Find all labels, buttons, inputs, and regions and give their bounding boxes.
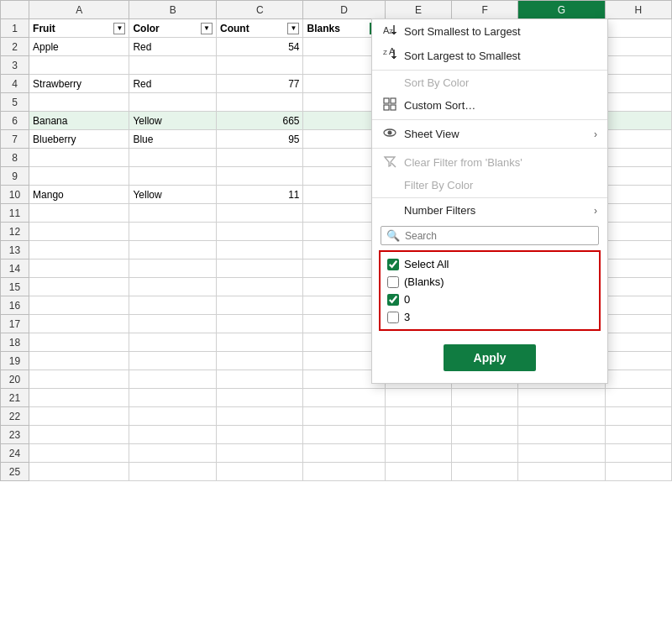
cell-24-f[interactable]: [452, 444, 518, 463]
cell-23-c[interactable]: [216, 426, 303, 444]
cell-16-a[interactable]: [29, 296, 129, 315]
cell-17-h[interactable]: [605, 315, 671, 333]
cell-18-b[interactable]: [129, 333, 217, 352]
cell-5-b[interactable]: [129, 93, 217, 112]
custom-sort-item[interactable]: Custom Sort…: [372, 93, 607, 118]
cell-23-f[interactable]: [452, 426, 518, 444]
cell-23-a[interactable]: [29, 426, 129, 444]
cell-18-a[interactable]: [29, 333, 129, 352]
cell-22-c[interactable]: [216, 407, 303, 426]
cell-10-b[interactable]: Yellow: [129, 186, 217, 204]
cell-16-h[interactable]: [605, 296, 671, 315]
cell-5-h[interactable]: [605, 93, 671, 112]
cell-23-d[interactable]: [303, 426, 385, 444]
cell-2-c[interactable]: 54: [216, 38, 303, 56]
cell-18-h[interactable]: [605, 333, 671, 352]
cell-25-d[interactable]: [303, 463, 385, 481]
checkbox-three[interactable]: 3: [386, 308, 594, 326]
cell-3-c[interactable]: [216, 56, 303, 75]
col-header-e[interactable]: E: [385, 1, 451, 19]
col-header-g[interactable]: G: [518, 1, 606, 19]
cell-14-a[interactable]: [29, 259, 129, 278]
cell-25-e[interactable]: [385, 463, 451, 481]
cell-8-b[interactable]: [129, 149, 217, 167]
cell-24-d[interactable]: [303, 444, 385, 463]
cell-8-c[interactable]: [216, 149, 303, 167]
select-all-checkbox[interactable]: [387, 259, 399, 270]
cell-8-h[interactable]: [605, 149, 671, 167]
cell-23-b[interactable]: [129, 426, 217, 444]
cell-21-a[interactable]: [29, 389, 129, 407]
cell-12-b[interactable]: [129, 223, 217, 241]
cell-21-e[interactable]: [385, 389, 451, 407]
cell-16-b[interactable]: [129, 296, 217, 315]
cell-4-c[interactable]: 77: [216, 75, 303, 93]
cell-25-c[interactable]: [216, 463, 303, 481]
cell-21-g[interactable]: [518, 389, 606, 407]
zero-checkbox[interactable]: [387, 294, 399, 306]
cell-16-c[interactable]: [216, 296, 303, 315]
cell-22-e[interactable]: [385, 407, 451, 426]
cell-14-b[interactable]: [129, 259, 217, 278]
cell-20-h[interactable]: [605, 370, 671, 389]
checkbox-zero[interactable]: 0: [386, 291, 594, 308]
search-input[interactable]: [405, 230, 593, 242]
cell-10-h[interactable]: [605, 186, 671, 204]
cell-21-c[interactable]: [216, 389, 303, 407]
checkbox-blanks[interactable]: (Blanks): [386, 273, 594, 291]
cell-9-b[interactable]: [129, 167, 217, 186]
cell-4-a[interactable]: Strawberry: [29, 75, 129, 93]
cell-13-a[interactable]: [29, 241, 129, 259]
apply-button[interactable]: Apply: [444, 344, 537, 371]
cell-22-b[interactable]: [129, 407, 217, 426]
cell-6-c[interactable]: 665: [216, 112, 303, 130]
filter-count-button[interactable]: ▼: [287, 23, 299, 34]
cell-24-b[interactable]: [129, 444, 217, 463]
cell-3-b[interactable]: [129, 56, 217, 75]
cell-13-c[interactable]: [216, 241, 303, 259]
cell-25-h[interactable]: [605, 463, 671, 481]
cell-15-h[interactable]: [605, 278, 671, 296]
col-header-f[interactable]: F: [452, 1, 518, 19]
cell-19-a[interactable]: [29, 352, 129, 370]
cell-7-a[interactable]: Blueberry: [29, 130, 129, 149]
cell-20-c[interactable]: [216, 370, 303, 389]
cell-18-c[interactable]: [216, 333, 303, 352]
checkbox-select-all[interactable]: Select All: [386, 255, 594, 273]
cell-2-a[interactable]: Apple: [29, 38, 129, 56]
cell-24-e[interactable]: [385, 444, 451, 463]
cell-11-c[interactable]: [216, 204, 303, 223]
cell-6-a[interactable]: Banana: [29, 112, 129, 130]
cell-9-a[interactable]: [29, 167, 129, 186]
cell-15-c[interactable]: [216, 278, 303, 296]
cell-3-a[interactable]: [29, 56, 129, 75]
filter-color-button[interactable]: ▼: [201, 23, 213, 34]
cell-7-b[interactable]: Blue: [129, 130, 217, 149]
cell-3-h[interactable]: [605, 56, 671, 75]
cell-6-h[interactable]: [605, 112, 671, 130]
cell-25-g[interactable]: [518, 463, 606, 481]
cell-21-h[interactable]: [605, 389, 671, 407]
cell-24-g[interactable]: [518, 444, 606, 463]
cell-23-h[interactable]: [605, 426, 671, 444]
cell-22-g[interactable]: [518, 407, 606, 426]
blanks-checkbox[interactable]: [387, 276, 399, 288]
cell-11-b[interactable]: [129, 204, 217, 223]
cell-25-b[interactable]: [129, 463, 217, 481]
cell-15-a[interactable]: [29, 278, 129, 296]
cell-13-b[interactable]: [129, 241, 217, 259]
cell-15-b[interactable]: [129, 278, 217, 296]
cell-19-c[interactable]: [216, 352, 303, 370]
cell-13-h[interactable]: [605, 241, 671, 259]
cell-14-c[interactable]: [216, 259, 303, 278]
cell-24-h[interactable]: [605, 444, 671, 463]
cell-7-c[interactable]: 95: [216, 130, 303, 149]
cell-10-c[interactable]: 11: [216, 186, 303, 204]
cell-22-d[interactable]: [303, 407, 385, 426]
cell-4-b[interactable]: Red: [129, 75, 217, 93]
cell-8-a[interactable]: [29, 149, 129, 167]
cell-22-a[interactable]: [29, 407, 129, 426]
cell-9-c[interactable]: [216, 167, 303, 186]
sort-desc-item[interactable]: Z A Sort Largest to Smallest: [372, 44, 607, 68]
sheet-view-item[interactable]: Sheet View ›: [372, 122, 607, 146]
